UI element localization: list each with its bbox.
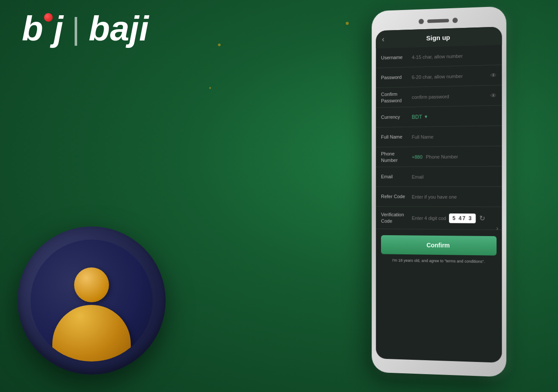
avatar-body [52, 305, 131, 362]
logo-j-letter: j [54, 13, 63, 44]
username-label: Username [381, 54, 412, 61]
currency-select-area[interactable]: BDT ▼ [412, 112, 497, 120]
terms-text: I'm 18 years old, and agree to "terms an… [376, 257, 502, 270]
avatar-head [74, 267, 109, 302]
email-input[interactable] [412, 169, 497, 185]
fullname-row: Full Name [376, 126, 502, 147]
username-input[interactable] [412, 47, 497, 65]
email-row: Email [376, 166, 502, 187]
email-input-area [412, 169, 497, 185]
phone-number-input-area: +880 [412, 148, 497, 164]
confirm-password-label: ConfirmPassword [381, 91, 412, 104]
confirm-password-row: ConfirmPassword 👁 [376, 85, 502, 108]
fullname-label: Full Name [381, 134, 412, 140]
verification-code-label: VerificationCode [381, 212, 412, 224]
avatar-container [17, 226, 166, 375]
logo-separator: | [72, 15, 80, 43]
currency-value: BDT [412, 114, 422, 120]
currency-row[interactable]: Currency BDT ▼ [376, 106, 502, 128]
captcha-refresh-icon[interactable]: ↻ [480, 214, 485, 222]
phone-camera [418, 19, 424, 24]
confirm-button[interactable]: Confirm [381, 235, 497, 256]
logo-b-letter: b [22, 13, 43, 44]
scroll-indicator: › [496, 225, 498, 232]
decoration-dot [346, 22, 349, 25]
phone-screen: ‹ Sign up Username Password 👁 [376, 27, 502, 363]
password-label: Password [381, 74, 412, 81]
refer-code-input-area [412, 189, 497, 204]
app-title: Sign up [383, 32, 495, 43]
bj-logo: b j [22, 13, 63, 44]
fullname-input-area [412, 128, 497, 145]
confirm-password-input[interactable] [412, 88, 490, 105]
refer-code-input[interactable] [412, 189, 497, 204]
currency-label: Currency [381, 114, 412, 120]
verification-code-input-area: 5 47 3 ↻ [412, 210, 497, 226]
username-input-area [412, 47, 497, 65]
decoration-dot [209, 87, 211, 89]
phone-frame: ‹ Sign up Username Password 👁 [372, 6, 507, 377]
phone-speaker [427, 19, 449, 23]
phone-device: ‹ Sign up Username Password 👁 [372, 6, 507, 377]
verification-code-input[interactable] [412, 210, 446, 226]
phone-number-row: PhoneNumber +880 [376, 146, 502, 167]
phone-number-input[interactable] [426, 148, 497, 164]
back-button[interactable]: ‹ [382, 35, 384, 44]
username-row: Username [376, 45, 502, 68]
email-label: Email [381, 174, 412, 180]
captcha-display: 5 47 3 [449, 213, 476, 223]
avatar-inner-circle [31, 240, 153, 362]
avatar-outer-circle [17, 226, 166, 375]
password-input[interactable] [412, 68, 490, 85]
app-header: ‹ Sign up [376, 27, 502, 48]
decoration-dot [218, 44, 221, 46]
password-input-area: 👁 [412, 67, 497, 85]
phone-number-label: PhoneNumber [381, 151, 412, 163]
avatar-figure [52, 267, 131, 362]
logo-red-dot [44, 13, 53, 22]
logo: b j | baji [22, 13, 149, 44]
confirm-password-input-area: 👁 [412, 88, 497, 105]
verification-code-row: VerificationCode 5 47 3 ↻ [376, 207, 502, 230]
refer-code-row: Refer Code [376, 187, 502, 207]
confirm-password-eye-icon[interactable]: 👁 [490, 92, 497, 99]
phone-camera-2 [453, 17, 458, 23]
logo-baji-text: baji [88, 13, 149, 44]
password-eye-icon[interactable]: 👁 [490, 71, 497, 79]
form-scroll-area[interactable]: Username Password 👁 ConfirmPassword [376, 45, 502, 361]
refer-code-label: Refer Code [381, 193, 412, 199]
currency-dropdown-icon[interactable]: ▼ [424, 114, 428, 119]
terms-content: I'm 18 years old, and agree to "terms an… [392, 258, 485, 264]
phone-prefix: +880 [412, 154, 422, 159]
fullname-input[interactable] [412, 128, 497, 145]
password-row: Password 👁 [376, 65, 502, 88]
phone-notch [376, 13, 502, 29]
